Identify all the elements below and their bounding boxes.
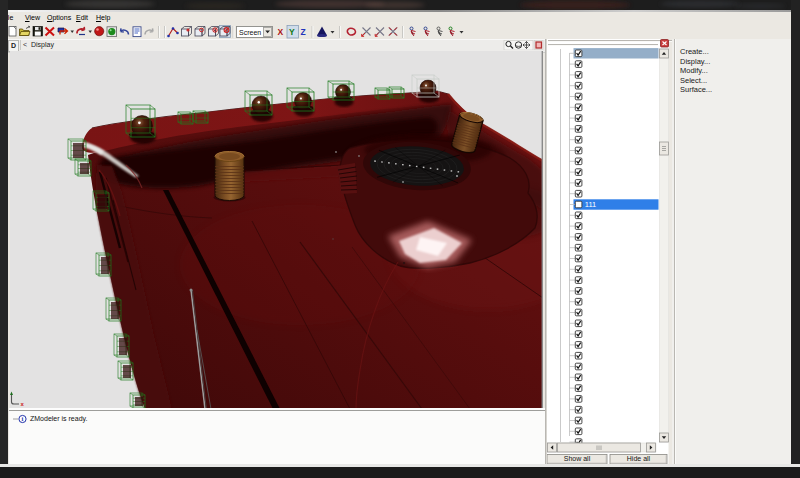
svg-text:Show all: Show all [564,455,591,462]
svg-text:Hide all: Hide all [627,455,651,462]
svg-text:X: X [278,27,284,37]
svg-text:111: 111 [585,200,596,209]
svg-text:Z: Z [301,27,306,37]
svg-text:i: i [22,415,24,422]
svg-text:Y: Y [289,27,295,37]
svg-text:Screen: Screen [239,29,261,36]
